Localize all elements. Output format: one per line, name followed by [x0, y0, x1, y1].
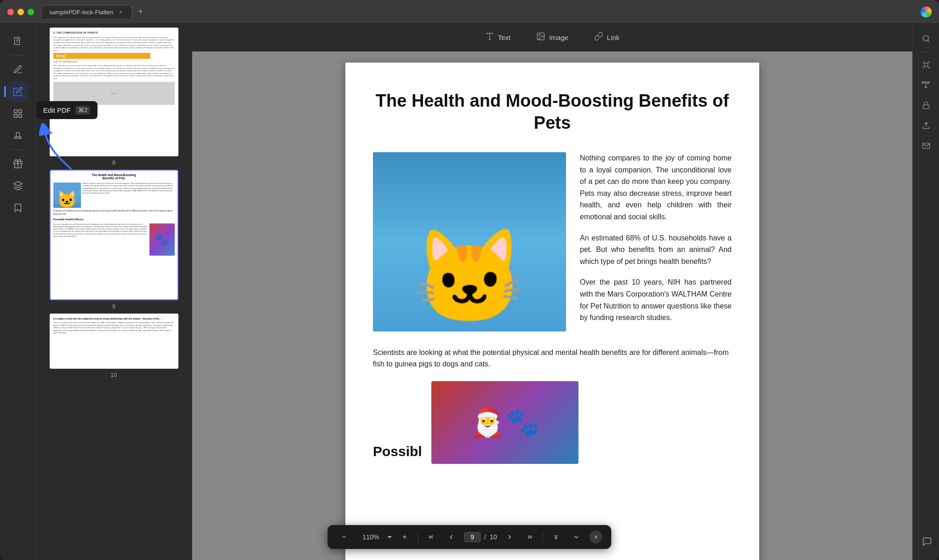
bookmark-button[interactable] [8, 198, 28, 218]
page-number-input[interactable] [464, 532, 481, 542]
nav-close-button[interactable]: × [590, 531, 602, 543]
text-tool-button[interactable]: Text [480, 29, 516, 46]
svg-marker-12 [387, 536, 392, 538]
zoom-increase-button[interactable]: + [397, 530, 412, 544]
zoom-decrease-button[interactable]: − [337, 530, 351, 544]
traffic-lights [7, 9, 34, 15]
page-8-number: 8 [112, 159, 115, 166]
zoom-display: 110% [357, 533, 392, 541]
svg-rect-2 [18, 110, 21, 113]
app-icon [921, 6, 932, 17]
page-10-number: 10 [110, 371, 117, 378]
link-tool-label: Link [607, 34, 620, 41]
close-button[interactable] [7, 9, 14, 15]
pdf-paragraph-2: An estimated 68% of U.S. households have… [580, 232, 732, 268]
svg-rect-4 [18, 114, 21, 117]
lock-button[interactable] [917, 96, 935, 114]
sidebar-divider-1 [11, 55, 25, 56]
nav-double-down-button[interactable] [549, 530, 564, 544]
pdf-section-heading: Possibl [373, 444, 422, 459]
left-sidebar [0, 24, 36, 560]
cat-image: 🐱 [373, 152, 566, 331]
pdf-page: The Health and Mood-Boosting Benefits of… [345, 63, 759, 560]
pdf-view-area[interactable]: The Health and Mood-Boosting Benefits of… [192, 51, 912, 560]
cat-emoji-decoration: 🐱 [412, 223, 527, 331]
last-page-button[interactable] [523, 530, 538, 544]
main-content: Text Image [192, 24, 912, 560]
active-tab[interactable]: samplePDF-lock-Flatten × [41, 5, 132, 18]
top-toolbar: Text Image [192, 24, 912, 51]
text-tool-label: Text [498, 34, 511, 41]
tab-bar: samplePDF-lock-Flatten × + [41, 5, 917, 18]
thumbnail-page-9[interactable]: The Health and Mood-BoostingBenefits of … [40, 170, 188, 310]
first-page-button[interactable] [424, 530, 438, 544]
pdf-paragraph-1: Nothing compares to the joy of coming ho… [580, 152, 732, 223]
pdf-body-section: 🐱 Nothing compares to the joy of coming … [373, 152, 732, 333]
page-display: / 10 [464, 532, 497, 542]
app-window: samplePDF-lock-Flatten × + [0, 0, 939, 560]
pdf-body-text: Nothing compares to the joy of coming ho… [580, 152, 732, 333]
upload-button[interactable] [917, 116, 935, 135]
image-tool-button[interactable]: Image [531, 29, 574, 46]
stamp-button[interactable] [8, 126, 28, 146]
next-page-button[interactable] [503, 530, 517, 544]
right-sidebar: PDFA [912, 24, 939, 560]
page-total: 10 [490, 533, 497, 541]
link-tool-button[interactable]: Link [589, 29, 625, 46]
page-9-number: 9 [112, 303, 115, 310]
edit-pdf-button[interactable] [8, 81, 28, 102]
link-icon [594, 32, 603, 43]
tooltip-shortcut: ⌘2 [75, 106, 90, 114]
thumbnail-page-10[interactable]: it is today to look into this subjective… [40, 314, 188, 378]
pdf-a-button[interactable]: PDFA [917, 76, 935, 94]
search-panel-button[interactable] [917, 29, 935, 48]
right-divider-1 [920, 51, 933, 52]
organize-button[interactable] [8, 103, 28, 124]
maximize-button[interactable] [28, 9, 34, 15]
thumbnail-page-8[interactable]: 3. THE COMPOSITION OF POINTS The composi… [40, 28, 188, 166]
sidebar-divider-2 [11, 149, 25, 150]
minimize-button[interactable] [17, 9, 24, 15]
svg-rect-0 [14, 37, 19, 45]
nav-separator-1 [418, 531, 418, 543]
chat-button[interactable] [918, 532, 936, 551]
titlebar: samplePDF-lock-Flatten × + [0, 0, 939, 24]
gift-button[interactable] [8, 154, 28, 174]
active-indicator [4, 86, 6, 97]
bottom-nav-bar: − 110% + [327, 525, 611, 549]
svg-marker-6 [13, 182, 22, 186]
edit-pdf-tooltip: Edit PDF ⌘2 [36, 101, 97, 119]
tooltip-label: Edit PDF [43, 106, 71, 114]
image-tool-label: Image [549, 34, 568, 41]
prev-page-button[interactable] [444, 530, 458, 544]
layers-button[interactable] [8, 176, 28, 196]
text-icon [485, 32, 494, 43]
pdf-title: The Health and Mood-Boosting Benefits of… [373, 90, 732, 134]
svg-rect-1 [14, 110, 17, 113]
pdf-paragraph-3: Over the past 10 years, NIH has partnere… [580, 276, 732, 323]
highlighter-button[interactable] [8, 59, 28, 80]
main-layout: 3. THE COMPOSITION OF POINTS The composi… [0, 24, 939, 560]
nav-down-button[interactable] [569, 530, 584, 544]
document-panel-button[interactable] [8, 31, 28, 51]
svg-rect-16 [923, 105, 929, 109]
svg-rect-15 [924, 63, 928, 67]
new-tab-button[interactable]: + [134, 6, 147, 18]
svg-point-11 [539, 34, 540, 36]
svg-point-13 [923, 35, 928, 41]
zoom-level-text: 110% [357, 533, 384, 541]
image-icon [536, 32, 545, 43]
pdf-second-image: 🎅🐾 [431, 381, 578, 464]
svg-rect-3 [14, 114, 17, 117]
tab-title: samplePDF-lock-Flatten [49, 9, 113, 16]
mail-button[interactable] [917, 137, 935, 155]
tab-close-button[interactable]: × [117, 8, 124, 16]
pdf-paragraph-4: Scientists are looking at what the poten… [373, 347, 732, 370]
page-separator: / [484, 533, 486, 541]
svg-line-14 [928, 40, 929, 41]
nav-separator-2 [543, 531, 544, 543]
scan-button[interactable] [917, 56, 935, 74]
